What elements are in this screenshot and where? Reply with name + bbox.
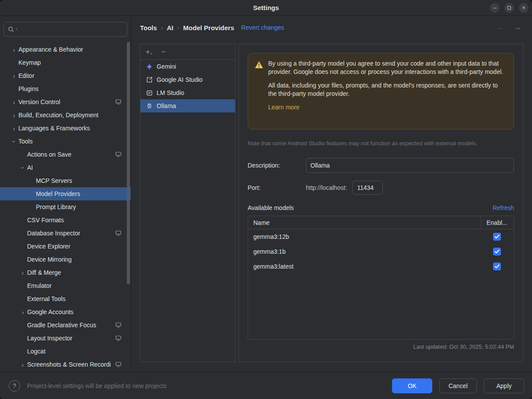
apply-button[interactable]: Apply xyxy=(484,378,524,393)
add-icon: + xyxy=(146,48,150,56)
maximize-button[interactable] xyxy=(504,3,514,13)
minimize-button[interactable]: – xyxy=(490,3,500,13)
revert-changes-link[interactable]: Revert changes xyxy=(241,24,284,31)
sidebar-item-label: Layout Inspector xyxy=(27,335,73,342)
screen-settings-badge-icon xyxy=(116,322,121,328)
back-arrow-icon[interactable]: ← xyxy=(496,23,504,32)
search-input[interactable] xyxy=(19,26,123,33)
sidebar-item-mcp-servers[interactable]: MCP Servers xyxy=(0,174,131,187)
sidebar-item-device-mirroring[interactable]: Device Mirroring xyxy=(0,253,131,266)
sidebar-item-appearance-behavior[interactable]: ›Appearance & Behavior xyxy=(0,43,131,56)
chevron-right-icon[interactable]: › xyxy=(10,99,18,105)
breadcrumb-item-ai[interactable]: AI xyxy=(167,24,173,32)
sidebar-item-logcat[interactable]: Logcat xyxy=(0,345,131,358)
model-enabled-checkbox[interactable] xyxy=(493,262,501,270)
breadcrumb-item-tools[interactable]: Tools xyxy=(140,24,157,32)
sidebar-item-model-providers[interactable]: Model Providers xyxy=(0,187,131,200)
sidebar-item-external-tools[interactable]: External Tools xyxy=(0,292,131,305)
ok-button[interactable]: OK xyxy=(392,378,432,393)
forward-arrow-icon[interactable]: → xyxy=(514,23,522,32)
screen-settings-badge-icon xyxy=(116,362,121,367)
sidebar-item-plugins[interactable]: Plugins xyxy=(0,82,131,95)
chevron-right-icon[interactable]: › xyxy=(10,73,18,79)
help-button[interactable]: ? xyxy=(9,380,20,392)
chevron-down-icon[interactable]: › xyxy=(11,137,18,146)
sidebar-item-build-execution-deployment[interactable]: ›Build, Execution, Deployment xyxy=(0,108,131,122)
provider-item-google-ai-studio[interactable]: Google AI Studio xyxy=(140,73,235,86)
breadcrumb: Tools›AI›Model Providers Revert changes xyxy=(140,22,284,33)
search-dropdown-caret[interactable]: ▾ xyxy=(16,28,18,31)
model-enabled-checkbox[interactable] xyxy=(493,233,501,241)
sidebar-item-emulator[interactable]: Emulator xyxy=(0,279,131,292)
sidebar-item-prompt-library[interactable]: Prompt Library xyxy=(0,200,131,214)
lm-studio-icon xyxy=(146,90,153,96)
model-row-gemma3-1b[interactable]: gemma3:1b xyxy=(248,244,514,259)
sidebar-item-label: Actions on Save xyxy=(27,151,71,158)
sidebar-item-csv-formats[interactable]: CSV Formats xyxy=(0,214,131,227)
last-updated-text: Last updated: Oct 30, 2025, 5:02:44 PM xyxy=(248,343,514,350)
warning-paragraph-2: All data, including your files, prompts,… xyxy=(268,81,505,98)
search-icon xyxy=(8,26,14,33)
sidebar-item-keymap[interactable]: Keymap xyxy=(0,56,131,69)
sidebar-item-google-accounts[interactable]: ›Google Accounts xyxy=(0,305,131,318)
sidebar-item-screenshots-screen-recordi[interactable]: ›Screenshots & Screen Recordi xyxy=(0,358,131,371)
sidebar-item-version-control[interactable]: ›Version Control xyxy=(0,95,131,108)
description-field[interactable] xyxy=(306,158,514,173)
add-provider-button[interactable]: +▾ xyxy=(146,48,152,56)
model-row-gemma3-12b[interactable]: gemma3:12b xyxy=(248,229,514,244)
remove-provider-button[interactable]: − xyxy=(161,48,166,56)
model-row-gemma3-latest[interactable]: gemma3:latest xyxy=(248,259,514,274)
chevron-down-icon[interactable]: › xyxy=(20,163,26,172)
settings-search[interactable]: ▾ xyxy=(4,22,127,37)
provider-item-gemini[interactable]: Gemini xyxy=(140,60,235,73)
chevron-right-icon[interactable]: › xyxy=(10,112,18,119)
sidebar-item-ai[interactable]: ›AI xyxy=(0,161,131,174)
sidebar-item-label: Logcat xyxy=(27,348,46,355)
chevron-right-icon[interactable]: › xyxy=(18,309,27,315)
warning-paragraph-1: By using a third-party model you agree t… xyxy=(268,60,505,76)
model-enabled-cell xyxy=(481,233,514,241)
providers-panel: +▾ − GeminiGoogle AI StudioLM StudioOlla… xyxy=(140,44,235,362)
sidebar-item-actions-on-save[interactable]: Actions on Save xyxy=(0,148,131,161)
chevron-right-icon[interactable]: › xyxy=(10,125,18,132)
chevron-right-icon[interactable]: › xyxy=(18,361,27,368)
model-enabled-checkbox[interactable] xyxy=(493,248,501,256)
sidebar-item-device-explorer[interactable]: Device Explorer xyxy=(0,240,131,253)
sidebar-item-label: CSV Formats xyxy=(27,217,64,224)
sidebar-item-layout-inspector[interactable]: Layout Inspector xyxy=(0,332,131,345)
learn-more-link[interactable]: Learn more xyxy=(268,104,300,111)
sidebar-item-label: Plugins xyxy=(18,85,38,92)
dialog-footer: ? Project-level settings will be applied… xyxy=(0,372,532,399)
provider-item-ollama[interactable]: Ollama xyxy=(140,99,235,112)
model-enabled-cell xyxy=(481,262,514,270)
breadcrumb-item-model-providers[interactable]: Model Providers xyxy=(183,24,234,32)
sidebar-item-label: Keymap xyxy=(18,59,41,66)
sidebar-item-tools[interactable]: ›Tools xyxy=(0,135,131,148)
close-button[interactable]: × xyxy=(519,3,528,13)
sidebar-item-editor[interactable]: ›Editor xyxy=(0,69,131,82)
port-field[interactable] xyxy=(352,181,383,195)
sidebar-item-diff-merge[interactable]: ›Diff & Merge xyxy=(0,266,131,279)
window-title: Settings xyxy=(253,4,279,11)
provider-item-lm-studio[interactable]: LM Studio xyxy=(140,86,235,99)
port-host-prefix: http://localhost: xyxy=(306,184,347,191)
sidebar-item-gradle-declarative-focus[interactable]: Gradle Declarative Focus xyxy=(0,318,131,332)
sidebar-item-database-inspector[interactable]: Database Inspector xyxy=(0,227,131,240)
history-nav: ← → xyxy=(496,23,522,32)
cancel-button[interactable]: Cancel xyxy=(439,378,477,393)
port-label: Port: xyxy=(248,184,306,191)
chevron-right-icon[interactable]: › xyxy=(18,270,27,276)
sidebar-item-languages-frameworks[interactable]: ›Languages & Frameworks xyxy=(0,122,131,135)
sidebar-item-label: Emulator xyxy=(27,282,52,289)
description-label: Description: xyxy=(248,162,306,169)
available-models-label: Available models xyxy=(248,204,294,211)
sidebar-item-label: Build, Execution, Deployment xyxy=(18,112,98,119)
breadcrumb-separator: › xyxy=(161,24,163,31)
description-row: Description: xyxy=(248,158,514,173)
external-models-note: Note that some Android Studio features m… xyxy=(248,140,514,147)
refresh-link[interactable]: Refresh xyxy=(493,204,514,211)
chevron-right-icon[interactable]: › xyxy=(10,46,18,53)
screen-settings-badge-icon xyxy=(116,152,121,157)
sidebar-scrollbar[interactable] xyxy=(127,42,130,284)
footer-hint-text: Project-level settings will be applied t… xyxy=(27,382,392,389)
